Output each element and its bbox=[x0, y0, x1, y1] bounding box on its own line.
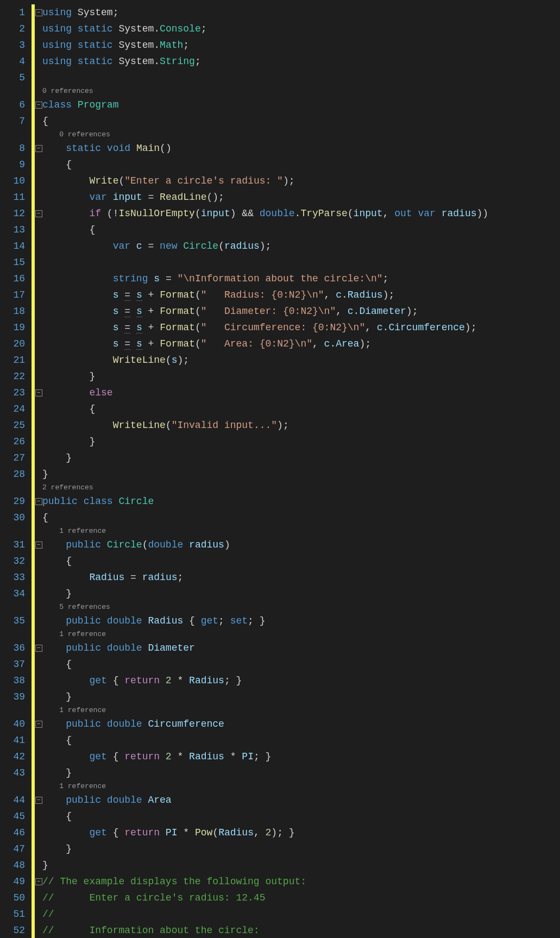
code-line[interactable]: { bbox=[42, 509, 560, 526]
code-line[interactable]: static void Main() bbox=[42, 140, 560, 156]
code-line[interactable]: // Enter a circle's radius: 12.45 bbox=[42, 890, 560, 906]
codelens-hint[interactable]: 1 reference bbox=[42, 526, 560, 537]
fold-cell[interactable] bbox=[35, 287, 42, 303]
fold-cell[interactable] bbox=[35, 841, 42, 857]
fold-cell[interactable] bbox=[35, 254, 42, 270]
code-editor[interactable]: 1234567891011121314151617181920212223242… bbox=[0, 0, 560, 938]
fold-cell[interactable]: − bbox=[35, 792, 42, 808]
code-line[interactable]: using static System.Math; bbox=[42, 37, 560, 53]
code-line[interactable]: public class Circle bbox=[42, 493, 560, 509]
fold-cell[interactable] bbox=[35, 417, 42, 433]
fold-cell[interactable] bbox=[35, 748, 42, 765]
codelens-hint[interactable]: 2 references bbox=[42, 482, 560, 493]
fold-cell[interactable] bbox=[35, 672, 42, 689]
fold-toggle-icon[interactable]: − bbox=[35, 389, 42, 396]
fold-cell[interactable] bbox=[35, 37, 42, 53]
code-line[interactable]: else bbox=[42, 385, 560, 401]
code-line[interactable]: // The example displays the following ou… bbox=[42, 873, 560, 890]
fold-cell[interactable]: − bbox=[35, 873, 42, 890]
fold-toggle-icon[interactable]: − bbox=[35, 498, 42, 505]
code-area[interactable]: using System;using static System.Console… bbox=[42, 0, 560, 938]
fold-toggle-icon[interactable]: − bbox=[35, 797, 42, 804]
code-line[interactable]: get { return 2 * Radius * PI; } bbox=[42, 748, 560, 765]
fold-toggle-icon[interactable]: − bbox=[35, 145, 42, 152]
fold-cell[interactable] bbox=[35, 689, 42, 705]
code-line[interactable]: Radius = radius; bbox=[42, 569, 560, 586]
fold-toggle-icon[interactable]: − bbox=[35, 102, 42, 109]
fold-cell[interactable] bbox=[35, 450, 42, 466]
fold-cell[interactable] bbox=[35, 906, 42, 922]
fold-cell[interactable] bbox=[35, 368, 42, 385]
code-line[interactable]: } bbox=[42, 586, 560, 602]
fold-cell[interactable] bbox=[35, 319, 42, 336]
fold-cell[interactable] bbox=[35, 336, 42, 352]
fold-cell[interactable] bbox=[35, 553, 42, 569]
fold-cell[interactable] bbox=[35, 732, 42, 748]
fold-cell[interactable]: − bbox=[35, 493, 42, 509]
fold-cell[interactable] bbox=[35, 238, 42, 254]
fold-cell[interactable] bbox=[35, 613, 42, 629]
code-line[interactable]: s = s + Format(" Circumference: {0:N2}\n… bbox=[42, 319, 560, 336]
codelens-hint[interactable]: 5 references bbox=[42, 602, 560, 613]
code-line[interactable]: public Circle(double radius) bbox=[42, 537, 560, 553]
code-line[interactable]: { bbox=[42, 113, 560, 129]
code-line[interactable]: { bbox=[42, 553, 560, 569]
fold-cell[interactable]: − bbox=[35, 97, 42, 113]
fold-cell[interactable]: − bbox=[35, 716, 42, 732]
code-line[interactable]: } bbox=[42, 466, 560, 482]
code-line[interactable]: string s = "\nInformation about the circ… bbox=[42, 270, 560, 287]
code-line[interactable]: WriteLine(s); bbox=[42, 352, 560, 368]
codelens-hint[interactable]: 0 references bbox=[42, 86, 560, 97]
fold-cell[interactable]: − bbox=[35, 537, 42, 553]
fold-toggle-icon[interactable]: − bbox=[35, 210, 42, 217]
code-line[interactable]: { bbox=[42, 222, 560, 238]
codelens-hint[interactable]: 1 reference bbox=[42, 629, 560, 640]
code-line[interactable]: WriteLine("Invalid input..."); bbox=[42, 417, 560, 433]
code-line[interactable]: public double Diameter bbox=[42, 640, 560, 656]
fold-toggle-icon[interactable]: − bbox=[35, 542, 42, 549]
codelens-hint[interactable]: 1 reference bbox=[42, 705, 560, 716]
fold-column[interactable]: −−−−−−−−−−− bbox=[35, 0, 42, 938]
code-line[interactable]: using static System.String; bbox=[42, 53, 560, 70]
fold-cell[interactable] bbox=[35, 401, 42, 417]
code-line[interactable]: { bbox=[42, 156, 560, 173]
code-line[interactable]: } bbox=[42, 841, 560, 857]
code-line[interactable] bbox=[42, 254, 560, 270]
code-line[interactable]: } bbox=[42, 689, 560, 705]
code-line[interactable]: get { return PI * Pow(Radius, 2); } bbox=[42, 824, 560, 841]
fold-cell[interactable] bbox=[35, 922, 42, 938]
code-line[interactable]: { bbox=[42, 401, 560, 417]
code-line[interactable]: using System; bbox=[42, 4, 560, 21]
code-line[interactable]: s = s + Format(" Area: {0:N2}\n", c.Area… bbox=[42, 336, 560, 352]
fold-cell[interactable] bbox=[35, 70, 42, 86]
fold-cell[interactable] bbox=[35, 303, 42, 319]
fold-cell[interactable] bbox=[35, 270, 42, 287]
code-line[interactable]: { bbox=[42, 656, 560, 672]
fold-cell[interactable] bbox=[35, 222, 42, 238]
code-line[interactable]: { bbox=[42, 732, 560, 748]
fold-cell[interactable] bbox=[35, 189, 42, 205]
fold-toggle-icon[interactable]: − bbox=[35, 9, 42, 16]
code-line[interactable]: } bbox=[42, 765, 560, 781]
code-line[interactable]: } bbox=[42, 857, 560, 873]
code-line[interactable]: s = s + Format(" Radius: {0:N2}\n", c.Ra… bbox=[42, 287, 560, 303]
code-line[interactable]: // Information about the circle: bbox=[42, 922, 560, 938]
code-line[interactable] bbox=[42, 70, 560, 86]
fold-cell[interactable] bbox=[35, 824, 42, 841]
fold-cell[interactable] bbox=[35, 352, 42, 368]
code-line[interactable]: } bbox=[42, 450, 560, 466]
fold-cell[interactable] bbox=[35, 173, 42, 189]
code-line[interactable]: var c = new Circle(radius); bbox=[42, 238, 560, 254]
code-line[interactable]: public double Radius { get; set; } bbox=[42, 613, 560, 629]
fold-toggle-icon[interactable]: − bbox=[35, 645, 42, 652]
code-line[interactable]: if (!IsNullOrEmpty(input) && double.TryP… bbox=[42, 205, 560, 222]
fold-cell[interactable] bbox=[35, 586, 42, 602]
fold-cell[interactable] bbox=[35, 569, 42, 586]
fold-cell[interactable]: − bbox=[35, 205, 42, 222]
code-line[interactable]: { bbox=[42, 808, 560, 824]
fold-cell[interactable] bbox=[35, 890, 42, 906]
fold-cell[interactable] bbox=[35, 808, 42, 824]
fold-cell[interactable] bbox=[35, 857, 42, 873]
code-line[interactable]: s = s + Format(" Diameter: {0:N2}\n", c.… bbox=[42, 303, 560, 319]
code-line[interactable]: public double Circumference bbox=[42, 716, 560, 732]
